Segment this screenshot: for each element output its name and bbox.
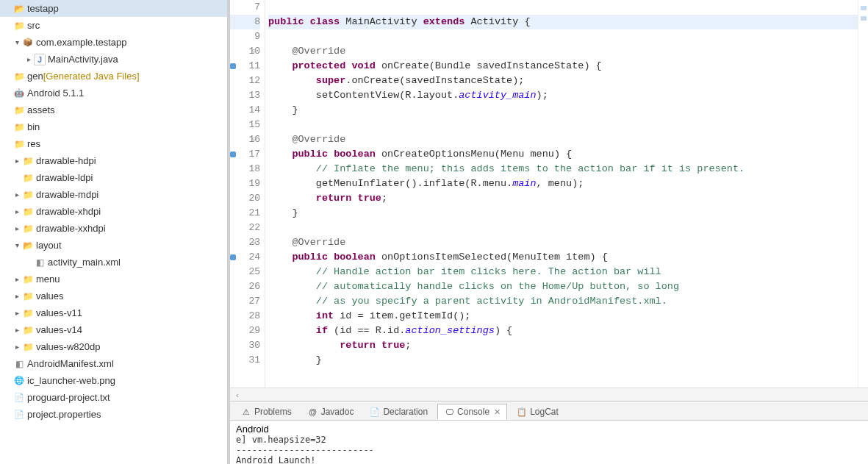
tab-javadoc[interactable]: @Javadoc bbox=[301, 404, 361, 420]
line-number[interactable]: 21 bbox=[230, 206, 260, 221]
overview-ruler[interactable] bbox=[858, 0, 868, 388]
line-number[interactable]: 18 bbox=[230, 162, 260, 176]
tab-logcat[interactable]: 📋LogCat bbox=[510, 404, 565, 420]
code-line[interactable] bbox=[268, 29, 858, 44]
code-line[interactable]: return true; bbox=[268, 338, 858, 353]
override-marker-icon[interactable] bbox=[230, 63, 236, 69]
code-line[interactable]: @Override bbox=[268, 132, 858, 147]
close-icon[interactable]: ✕ bbox=[492, 407, 501, 417]
twisty-icon[interactable]: ▸ bbox=[12, 190, 22, 199]
code-line[interactable]: int id = item.getItemId(); bbox=[268, 309, 858, 324]
twisty-icon[interactable]: ▸ bbox=[12, 275, 22, 283]
code-line[interactable]: // as you specify a parent activity in A… bbox=[268, 294, 858, 309]
line-number[interactable]: 23⊖ bbox=[230, 235, 260, 250]
line-number[interactable]: 30 bbox=[230, 338, 260, 353]
twisty-icon[interactable]: ▸ bbox=[12, 224, 22, 232]
line-number[interactable]: 9 bbox=[230, 29, 260, 44]
code-line[interactable]: } bbox=[268, 353, 858, 368]
line-number[interactable]: 14 bbox=[230, 103, 260, 118]
fold-icon[interactable]: ⊖ bbox=[252, 235, 256, 250]
tree-item-android-5-1-1[interactable]: Android 5.1.1 bbox=[0, 85, 227, 101]
code-line[interactable]: if (id == R.id.action_settings) { bbox=[268, 324, 858, 338]
code-line[interactable]: return true; bbox=[268, 191, 858, 206]
code-editor[interactable]: 78910⊖111213141516⊖17181920212223⊖242526… bbox=[230, 0, 868, 388]
line-number[interactable]: 11 bbox=[230, 59, 260, 74]
line-number[interactable]: 22 bbox=[230, 221, 260, 235]
code-line[interactable]: // Inflate the menu; this adds items to … bbox=[268, 162, 858, 176]
tree-item-drawable-xhdpi[interactable]: ▸drawable-xhdpi bbox=[0, 203, 227, 220]
tree-item-com-example-testapp[interactable]: ▾com.example.testapp bbox=[0, 34, 227, 51]
twisty-icon[interactable]: ▸ bbox=[24, 55, 34, 63]
tab-declaration[interactable]: 📄Declaration bbox=[363, 404, 434, 420]
tab-console[interactable]: 🖵Console✕ bbox=[437, 404, 507, 420]
tree-item-proguard-project-txt[interactable]: proguard-project.txt bbox=[0, 389, 227, 406]
tree-item-androidmanifest-xml[interactable]: AndroidManifest.xml bbox=[0, 355, 227, 372]
console-view[interactable]: Android e] vm.heapsize=32---------------… bbox=[230, 420, 868, 464]
line-number[interactable]: 13 bbox=[230, 88, 260, 103]
code-line[interactable]: public boolean onOptionsItemSelected(Men… bbox=[268, 250, 858, 265]
tree-item-res[interactable]: res bbox=[0, 135, 227, 152]
tree-item-drawable-xxhdpi[interactable]: ▸drawable-xxhdpi bbox=[0, 220, 227, 237]
tree-item-values-w820dp[interactable]: ▸values-w820dp bbox=[0, 338, 227, 355]
code-line[interactable]: getMenuInflater().inflate(R.menu.main, m… bbox=[268, 176, 858, 191]
line-number[interactable]: 16⊖ bbox=[230, 132, 260, 147]
override-marker-icon[interactable] bbox=[230, 254, 236, 260]
line-number[interactable]: 17 bbox=[230, 147, 260, 162]
tree-item-activity-main-xml[interactable]: activity_main.xml bbox=[0, 254, 227, 271]
tree-item-gen[interactable]: gen [Generated Java Files] bbox=[0, 68, 227, 85]
tree-item-project-properties[interactable]: project.properties bbox=[0, 406, 227, 423]
code-line[interactable]: protected void onCreate(Bundle savedInst… bbox=[268, 59, 858, 74]
project-explorer[interactable]: testapp src▾com.example.testapp▸MainActi… bbox=[0, 0, 228, 464]
tree-item-values[interactable]: ▸values bbox=[0, 288, 227, 304]
code-line[interactable]: public boolean onCreateOptionsMenu(Menu … bbox=[268, 147, 858, 162]
override-marker-icon[interactable] bbox=[230, 151, 236, 157]
tree-item-drawable-hdpi[interactable]: ▸drawable-hdpi bbox=[0, 152, 227, 169]
twisty-icon[interactable]: ▸ bbox=[12, 157, 22, 165]
line-number[interactable]: 12 bbox=[230, 74, 260, 88]
tree-item-bin[interactable]: bin bbox=[0, 118, 227, 135]
line-number[interactable]: 24 bbox=[230, 250, 260, 265]
fold-icon[interactable]: ⊖ bbox=[252, 132, 256, 147]
twisty-icon[interactable]: ▸ bbox=[12, 343, 22, 351]
code-line[interactable]: // automatically handle clicks on the Ho… bbox=[268, 279, 858, 294]
scroll-left-icon[interactable]: ‹ bbox=[236, 390, 239, 399]
code-line[interactable] bbox=[268, 118, 858, 132]
line-number[interactable]: 31 bbox=[230, 353, 260, 368]
twisty-icon[interactable]: ▸ bbox=[12, 207, 22, 215]
tree-item-drawable-mdpi[interactable]: ▸drawable-mdpi bbox=[0, 186, 227, 203]
line-number[interactable]: 25 bbox=[230, 265, 260, 279]
line-number[interactable]: 7 bbox=[230, 0, 260, 15]
code-line[interactable]: @Override bbox=[268, 44, 858, 59]
code-line[interactable] bbox=[268, 221, 858, 235]
code-line[interactable] bbox=[268, 0, 858, 15]
tree-item-mainactivity-java[interactable]: ▸MainActivity.java bbox=[0, 51, 227, 68]
twisty-icon[interactable]: ▾ bbox=[12, 38, 22, 46]
code-line[interactable]: public class MainActivity extends Activi… bbox=[268, 15, 858, 29]
bottom-tabs[interactable]: ⚠Problems@Javadoc📄Declaration🖵Console✕📋L… bbox=[230, 401, 868, 420]
code-line[interactable]: super.onCreate(savedInstanceState); bbox=[268, 74, 858, 88]
tab-problems[interactable]: ⚠Problems bbox=[234, 404, 298, 420]
line-number[interactable]: 15 bbox=[230, 118, 260, 132]
line-number[interactable]: 29 bbox=[230, 324, 260, 338]
code-line[interactable]: } bbox=[268, 206, 858, 221]
fold-icon[interactable]: ⊖ bbox=[252, 44, 256, 59]
line-number[interactable]: 20 bbox=[230, 191, 260, 206]
tree-item-drawable-ldpi[interactable]: drawable-ldpi bbox=[0, 169, 227, 186]
code-line[interactable]: setContentView(R.layout.activity_main); bbox=[268, 88, 858, 103]
code-content[interactable]: public class MainActivity extends Activi… bbox=[265, 0, 858, 388]
line-number[interactable]: 10⊖ bbox=[230, 44, 260, 59]
twisty-icon[interactable]: ▸ bbox=[12, 309, 22, 317]
code-line[interactable]: @Override bbox=[268, 235, 858, 250]
code-line[interactable]: } bbox=[268, 103, 858, 118]
line-number[interactable]: 19 bbox=[230, 176, 260, 191]
project-root[interactable]: testapp bbox=[0, 0, 227, 17]
tree-item-assets[interactable]: assets bbox=[0, 101, 227, 118]
line-number-gutter[interactable]: 78910⊖111213141516⊖17181920212223⊖242526… bbox=[230, 0, 265, 388]
twisty-icon[interactable]: ▸ bbox=[12, 292, 22, 300]
line-number[interactable]: 8 bbox=[230, 15, 260, 29]
tree-item-values-v14[interactable]: ▸values-v14 bbox=[0, 321, 227, 338]
tree-item-menu[interactable]: ▸menu bbox=[0, 271, 227, 288]
code-line[interactable]: // Handle action bar item clicks here. T… bbox=[268, 265, 858, 279]
twisty-icon[interactable]: ▾ bbox=[12, 241, 22, 249]
tree-item-values-v11[interactable]: ▸values-v11 bbox=[0, 304, 227, 321]
